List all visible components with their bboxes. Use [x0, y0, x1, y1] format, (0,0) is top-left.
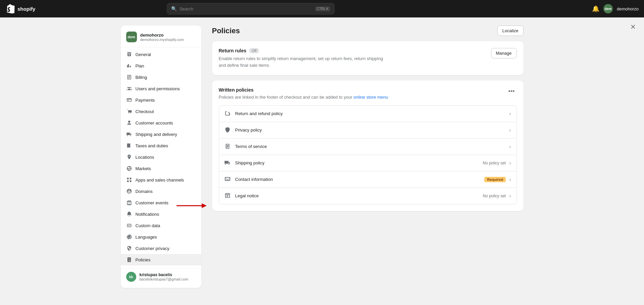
store-url: demohorzo.myshopify.com — [140, 38, 184, 42]
user-info: kristupas bacelis baceliskristupas7@gmai… — [140, 272, 189, 281]
policy-status-legal: No policy set — [483, 194, 506, 198]
sidebar-item-label-customer-events: Customer events — [136, 200, 168, 205]
sidebar-item-shipping[interactable]: Shipping and delivery — [121, 129, 201, 140]
sidebar-item-label-markets: Markets — [136, 166, 151, 171]
manage-button[interactable]: Manage — [491, 48, 517, 58]
location-icon — [126, 154, 132, 160]
red-arrow — [177, 202, 207, 210]
sidebar-item-checkout[interactable]: Checkout — [121, 106, 201, 117]
sidebar-item-label-billing: Billing — [136, 75, 147, 80]
policy-name-terms: Terms of service — [235, 144, 509, 149]
cart-icon — [126, 108, 132, 114]
online-store-menu-link[interactable]: online store menu — [353, 95, 388, 100]
user-email: baceliskristupas7@gmail.com — [140, 277, 189, 281]
store-info: demohorzo demohorzo.myshopify.com — [140, 33, 184, 42]
topnav-right: 🔔 dem demohorzo — [592, 4, 639, 13]
store-name: demohorzo — [140, 33, 184, 38]
sidebar-item-markets[interactable]: Markets — [121, 163, 201, 174]
store-header[interactable]: dem demohorzo demohorzo.myshopify.com — [121, 28, 201, 47]
policy-required-badge-contact: Required — [484, 177, 506, 182]
return-rules-row: Return rules Off Enable return rules to … — [219, 48, 517, 68]
sidebar-item-custom-data[interactable]: Custom data — [121, 220, 201, 231]
sidebar-item-billing[interactable]: Billing — [121, 71, 201, 83]
sidebar-item-label-shipping: Shipping and delivery — [136, 132, 177, 137]
close-button[interactable]: ✕ — [630, 23, 636, 31]
store-avatar: dem — [126, 32, 137, 42]
chevron-right-icon-shipping: › — [509, 160, 511, 166]
chevron-right-icon-terms: › — [509, 144, 511, 150]
search-input[interactable] — [180, 6, 312, 11]
sidebar-item-label-checkout: Checkout — [136, 109, 154, 114]
bell-icon[interactable]: 🔔 — [592, 5, 599, 12]
apps-icon — [126, 177, 132, 183]
search-bar[interactable]: 🔍 CTRL K — [167, 3, 335, 14]
globe-icon — [126, 165, 132, 171]
policy-item-terms[interactable]: Terms of service› — [219, 139, 516, 155]
sidebar-item-label-taxes: Taxes and duties — [136, 143, 168, 148]
shopify-logo[interactable]: shopify — [5, 4, 35, 13]
localize-button[interactable]: Localize — [497, 26, 524, 36]
bell-icon — [126, 211, 132, 217]
topnav: shopify 🔍 CTRL K 🔔 dem demohorzo — [0, 0, 644, 17]
policy-name-privacy: Privacy policy — [235, 128, 509, 133]
return-rules-badge: Off — [249, 48, 259, 53]
policy-item-privacy[interactable]: Privacy policy› — [219, 122, 516, 139]
policy-item-legal[interactable]: Legal noticeNo policy set› — [219, 188, 516, 204]
chart-bar-icon — [126, 63, 132, 69]
chevron-right-icon-return-refund: › — [509, 111, 511, 117]
legal-policy-icon — [225, 193, 231, 199]
logo-text: shopify — [17, 6, 35, 12]
policy-item-contact[interactable]: Contact informationRequired› — [219, 171, 516, 188]
sidebar-item-users[interactable]: Users and permissions — [121, 83, 201, 94]
policy-item-shipping[interactable]: Shipping policyNo policy set› — [219, 155, 516, 171]
more-options-button[interactable]: ••• — [506, 87, 517, 96]
shipping-policy-icon — [225, 160, 231, 166]
sidebar-item-label-users: Users and permissions — [136, 86, 180, 91]
sidebar-item-customer-privacy[interactable]: Customer privacy — [121, 243, 201, 254]
written-policies-title-area: Written policies Policies are linked in … — [219, 87, 388, 101]
search-icon: 🔍 — [171, 6, 177, 11]
sidebar-item-customer-accounts[interactable]: Customer accounts — [121, 117, 201, 129]
return-rules-description: Enable return rules to simplify return m… — [219, 55, 387, 68]
sidebar-item-label-plan: Plan — [136, 63, 144, 68]
sidebar-item-plan[interactable]: Plan — [121, 60, 201, 71]
user-name: kristupas bacelis — [140, 272, 189, 277]
sidebar-item-policies[interactable]: Policies — [121, 254, 201, 265]
policy-item-return-refund[interactable]: Return and refund policy› — [219, 106, 516, 122]
payment-icon — [126, 97, 132, 103]
people-icon — [126, 86, 132, 92]
return-rules-title: Return rules Off — [219, 48, 387, 53]
sidebar-item-languages[interactable]: Languages — [121, 231, 201, 243]
avatar[interactable]: dem — [603, 4, 613, 13]
policy-name-return-refund: Return and refund policy — [235, 111, 509, 116]
domain-icon — [126, 188, 132, 194]
search-shortcut: CTRL K — [315, 6, 330, 11]
sidebar-item-label-customer-privacy: Customer privacy — [136, 246, 169, 251]
svg-marker-1 — [202, 203, 207, 208]
user-avatar: kb — [126, 272, 136, 282]
content-area: dem demohorzo demohorzo.myshopify.com Ge… — [121, 26, 524, 297]
sidebar-item-taxes[interactable]: Taxes and duties — [121, 140, 201, 151]
sidebar-item-notifications[interactable]: Notifications — [121, 208, 201, 220]
return-rules-card: Return rules Off Enable return rules to … — [212, 41, 524, 75]
written-policies-card: Written policies Policies are linked in … — [212, 81, 524, 211]
sidebar-item-domains[interactable]: Domains — [121, 186, 201, 197]
policy-name-legal: Legal notice — [235, 193, 483, 198]
sidebar-item-general[interactable]: General — [121, 49, 201, 60]
page-title: Policies — [212, 27, 240, 35]
data-icon — [126, 222, 132, 228]
sidebar-item-payments[interactable]: Payments — [121, 94, 201, 106]
chevron-right-icon-privacy: › — [509, 127, 511, 133]
written-policies-desc: Policies are linked in the footer of che… — [219, 94, 388, 101]
written-policies-title: Written policies — [219, 87, 388, 93]
events-icon — [126, 200, 132, 206]
sidebar-item-label-custom-data: Custom data — [136, 223, 160, 228]
sidebar-nav: GeneralPlanBillingUsers and permissionsP… — [121, 49, 201, 265]
contact-policy-icon — [225, 176, 231, 183]
sidebar-item-label-general: General — [136, 52, 151, 57]
username: demohorzo — [617, 6, 639, 11]
written-policies-header: Written policies Policies are linked in … — [219, 87, 517, 101]
user-footer[interactable]: kb kristupas bacelis baceliskristupas7@g… — [121, 268, 201, 285]
sidebar-item-locations[interactable]: Locations — [121, 151, 201, 163]
sidebar-item-apps[interactable]: Apps and sales channels — [121, 174, 201, 186]
